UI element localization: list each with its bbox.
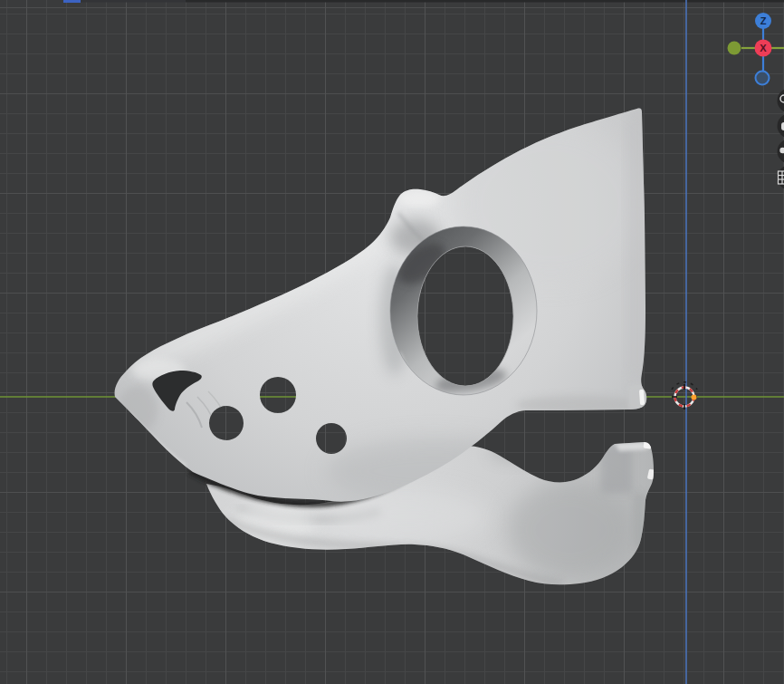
gizmo-x-positive[interactable]: X: [755, 40, 772, 57]
object-origin-dot: [692, 395, 697, 400]
pan-button[interactable]: [778, 114, 784, 139]
projection-toggle-button[interactable]: [778, 166, 784, 190]
gizmo-x-label: X: [760, 43, 767, 53]
zoom-button[interactable]: [778, 89, 784, 113]
jaw-clip-tab: [643, 440, 652, 448]
gizmo-y-negative[interactable]: [728, 42, 741, 55]
top-edge-strip: [63, 0, 784, 3]
mesh-upper-head[interactable]: [115, 108, 647, 504]
gizmo-z-label: Z: [760, 15, 767, 26]
3d-cursor: [672, 382, 697, 409]
camera-view-button[interactable]: [778, 140, 784, 164]
gizmo-z-negative[interactable]: [756, 72, 770, 85]
top-edge-accent: [63, 0, 81, 3]
axis-gizmo[interactable]: Z X: [728, 13, 784, 85]
gizmo-z-positive[interactable]: Z: [755, 13, 771, 29]
viewport-nav-buttons[interactable]: [778, 89, 784, 190]
3d-viewport[interactable]: Z X: [0, 0, 784, 684]
